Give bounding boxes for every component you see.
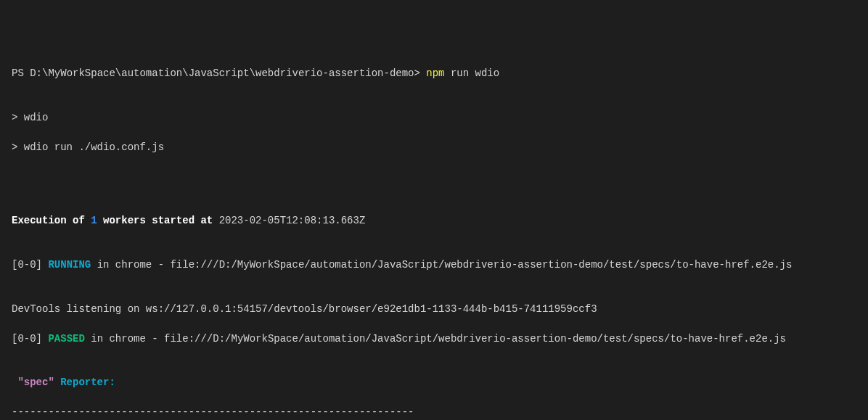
execution-line: Execution of 1 workers started at 2023-0… — [12, 213, 856, 228]
exec-time: 2023-02-05T12:08:13.663Z — [219, 215, 366, 226]
running-line: [0-0] RUNNING in chrome - file:///D:/MyW… — [12, 258, 856, 272]
passed-line: [0-0] PASSED in chrome - file:///D:/MyWo… — [12, 332, 856, 346]
script-echo-1: > wdio — [12, 110, 856, 125]
worker-id: [0-0] — [12, 333, 48, 345]
status-running: RUNNING — [48, 259, 91, 271]
exec-post: workers started at — [97, 215, 219, 226]
reporter-header: "spec" Reporter: — [12, 375, 856, 390]
script-echo-2: > wdio run ./wdio.conf.js — [12, 140, 856, 155]
devtools-line: DevTools listening on ws://127.0.0.1:541… — [12, 302, 856, 316]
passed-rest: in chrome - file:///D:/MyWorkSpace/autom… — [85, 333, 786, 345]
ps-label: PS — [12, 67, 30, 79]
status-passed: PASSED — [48, 333, 84, 345]
exec-count: 1 — [91, 215, 97, 226]
cwd-path: D:\MyWorkSpace\automation\JavaScript\web… — [30, 67, 426, 79]
prompt-line-1: PS D:\MyWorkSpace\automation\JavaScript\… — [12, 66, 856, 81]
cmd-args: run wdio — [445, 67, 500, 79]
cmd-npm: npm — [426, 67, 444, 79]
worker-id: [0-0] — [12, 259, 48, 271]
exec-pre: Execution of — [12, 215, 91, 226]
running-rest: in chrome - file:///D:/MyWorkSpace/autom… — [91, 259, 792, 271]
reporter-label: Reporter: — [54, 376, 115, 388]
reporter-spec: "spec" — [12, 376, 54, 388]
dashes: ----------------------------------------… — [12, 405, 856, 419]
